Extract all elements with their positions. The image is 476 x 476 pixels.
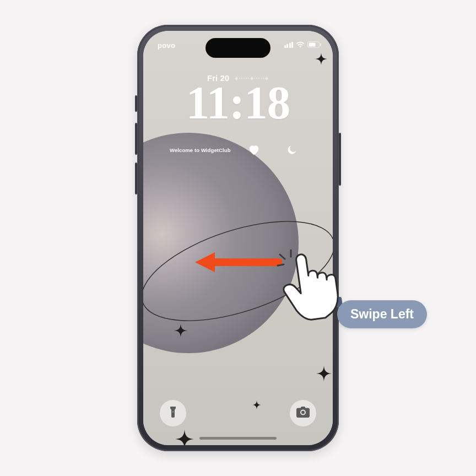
tutorial-illustration: povo Fri 20 ⌖·····⌖·····⌖ 11:18 [0, 0, 476, 476]
home-indicator[interactable] [199, 437, 277, 440]
sparkle-icon [174, 324, 187, 337]
battery-icon [307, 41, 322, 48]
sparkle-icon [315, 53, 327, 65]
lockscreen-widget-text: Welcome to WidgetClub [170, 147, 231, 153]
lockscreen-time[interactable]: 11:18 [143, 79, 333, 126]
phone-silent-switch [135, 95, 137, 112]
camera-button[interactable] [290, 400, 316, 426]
sparkle-icon [175, 430, 194, 445]
camera-icon [296, 407, 310, 420]
pointer-hand-icon [274, 246, 346, 323]
lock-screen[interactable]: povo Fri 20 ⌖·····⌖·····⌖ 11:18 [143, 31, 333, 445]
status-icons [284, 41, 322, 48]
moon-icon [286, 144, 298, 155]
phone-volume-down [135, 163, 137, 194]
lockscreen-widget-row[interactable]: Welcome to WidgetClub [143, 138, 333, 161]
phone-volume-up [135, 123, 137, 155]
carrier-label: povo [158, 41, 175, 50]
signal-icon [284, 41, 294, 48]
wifi-icon [296, 41, 305, 48]
phone-frame: povo Fri 20 ⌖·····⌖·····⌖ 11:18 [137, 25, 339, 451]
flashlight-icon [167, 405, 178, 421]
phone-power-button [339, 133, 341, 186]
svg-marker-5 [195, 252, 215, 272]
swipe-left-label: Swipe Left [337, 300, 427, 328]
svg-rect-2 [309, 43, 316, 47]
svg-rect-3 [320, 44, 321, 46]
sparkle-icon [252, 401, 261, 409]
flashlight-button[interactable] [160, 400, 186, 426]
arrow-left-icon [194, 251, 282, 273]
status-bar: povo [143, 41, 333, 52]
heart-icon [248, 144, 260, 155]
sparkle-icon [316, 366, 332, 381]
